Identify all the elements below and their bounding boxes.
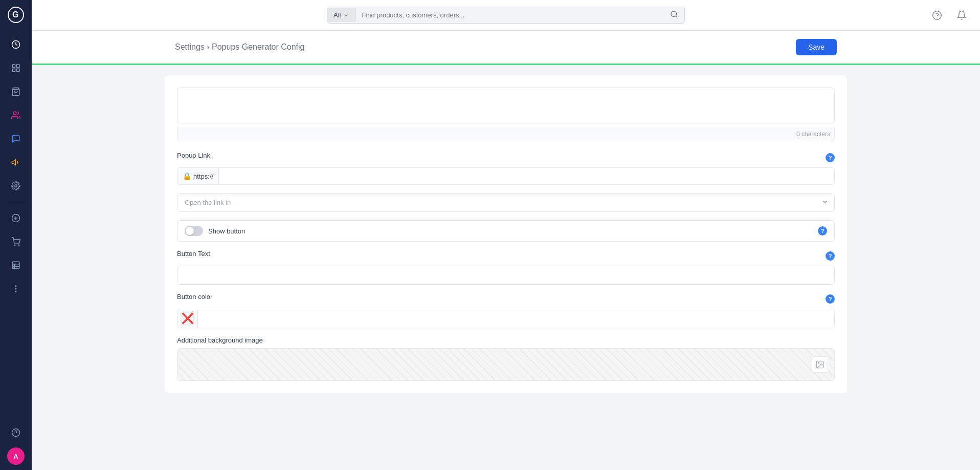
sidebar: G A bbox=[0, 0, 32, 470]
show-button-help-icon[interactable]: ? bbox=[818, 226, 827, 236]
topbar-right bbox=[929, 7, 970, 24]
sidebar-bottom: A bbox=[6, 421, 26, 465]
char-count: 0 characters bbox=[177, 127, 835, 141]
svg-point-13 bbox=[14, 245, 15, 246]
svg-line-25 bbox=[676, 16, 677, 17]
svg-rect-6 bbox=[17, 69, 19, 72]
svg-point-14 bbox=[18, 245, 19, 246]
activity-icon[interactable] bbox=[6, 34, 26, 55]
breadcrumb-start: Settings bbox=[175, 42, 205, 51]
topbar: All bbox=[32, 0, 980, 31]
table-icon[interactable] bbox=[6, 255, 26, 275]
search-filter-button[interactable]: All bbox=[327, 8, 355, 22]
notifications-button[interactable] bbox=[953, 7, 970, 24]
popup-link-help-icon[interactable]: ? bbox=[826, 153, 835, 162]
svg-point-26 bbox=[933, 11, 942, 19]
url-input[interactable] bbox=[219, 168, 834, 184]
svg-rect-5 bbox=[12, 69, 15, 72]
settings-icon[interactable] bbox=[6, 176, 26, 196]
button-text-input[interactable] bbox=[177, 266, 835, 285]
color-input-wrapper bbox=[177, 309, 835, 328]
grid-icon[interactable] bbox=[6, 58, 26, 78]
svg-point-29 bbox=[818, 362, 819, 364]
search-input[interactable] bbox=[355, 8, 664, 22]
popup-link-label-row: Popup Link ? bbox=[177, 152, 835, 163]
button-text-label-row: Button Text ? bbox=[177, 250, 835, 262]
svg-rect-3 bbox=[12, 65, 15, 67]
breadcrumb-end: Popups Generator Config bbox=[212, 42, 304, 51]
search-container: All bbox=[327, 7, 685, 24]
chevron-down-icon bbox=[343, 12, 349, 18]
sidebar-divider bbox=[8, 202, 24, 202]
url-prefix: 🔒 https:// bbox=[177, 168, 219, 184]
svg-rect-15 bbox=[12, 262, 19, 269]
svg-point-24 bbox=[671, 11, 677, 17]
svg-point-19 bbox=[15, 286, 16, 287]
show-button-row: Show button ? bbox=[177, 220, 835, 242]
megaphone-icon[interactable] bbox=[6, 152, 26, 173]
button-color-label-row: Button color ? bbox=[177, 293, 835, 305]
breadcrumb: Settings › Popups Generator Config bbox=[175, 42, 305, 52]
breadcrumb-separator: › bbox=[207, 42, 212, 51]
more-dots-icon[interactable] bbox=[6, 279, 26, 299]
image-upload-area[interactable] bbox=[177, 348, 835, 381]
description-textarea[interactable] bbox=[177, 88, 835, 123]
search-icon bbox=[670, 10, 678, 18]
show-button-toggle[interactable] bbox=[185, 226, 203, 236]
add-circle-icon[interactable] bbox=[6, 208, 26, 228]
user-avatar[interactable]: A bbox=[7, 447, 25, 465]
app-logo[interactable]: G bbox=[6, 5, 26, 25]
additional-bg-label: Additional background image bbox=[177, 336, 835, 344]
color-swatch-inner bbox=[182, 312, 194, 325]
content-area: 0 characters Popup Link ? 🔒 https:// Ope… bbox=[32, 65, 980, 470]
form-card: 0 characters Popup Link ? 🔒 https:// Ope… bbox=[165, 75, 847, 393]
page-header: Settings › Popups Generator Config Save bbox=[32, 31, 980, 65]
svg-point-8 bbox=[13, 112, 16, 115]
main-content: All Settings › Popups Generator Config S… bbox=[32, 0, 980, 470]
help-button[interactable] bbox=[929, 7, 945, 24]
save-button[interactable]: Save bbox=[796, 39, 837, 55]
popup-link-label: Popup Link bbox=[177, 152, 210, 159]
url-input-wrapper: 🔒 https:// bbox=[177, 167, 835, 185]
open-link-dropdown-wrapper: Open the link in Same tab New tab bbox=[177, 193, 835, 212]
search-submit-button[interactable] bbox=[664, 7, 684, 23]
svg-point-20 bbox=[15, 288, 16, 289]
svg-text:G: G bbox=[12, 10, 18, 19]
show-button-label: Show button bbox=[208, 227, 245, 235]
svg-rect-4 bbox=[17, 65, 19, 67]
search-filter-label: All bbox=[333, 11, 341, 19]
color-swatch[interactable] bbox=[177, 309, 198, 328]
toggle-left: Show button bbox=[185, 226, 245, 236]
open-link-select[interactable]: Open the link in Same tab New tab bbox=[177, 193, 835, 212]
button-color-help-icon[interactable]: ? bbox=[826, 294, 835, 304]
help-bottom-icon[interactable] bbox=[6, 422, 26, 443]
image-upload-icon bbox=[812, 356, 828, 373]
lock-icon: 🔒 bbox=[183, 172, 191, 180]
bag-icon[interactable] bbox=[6, 81, 26, 102]
button-text-help-icon[interactable]: ? bbox=[826, 251, 835, 261]
color-text-input[interactable] bbox=[198, 309, 834, 328]
url-prefix-text: https:// bbox=[193, 173, 213, 180]
users-icon[interactable] bbox=[6, 105, 26, 125]
svg-point-21 bbox=[15, 291, 16, 292]
button-color-label: Button color bbox=[177, 293, 212, 301]
chat-icon[interactable] bbox=[6, 129, 26, 149]
cart-icon[interactable] bbox=[6, 231, 26, 252]
svg-point-9 bbox=[15, 185, 17, 187]
button-text-label: Button Text bbox=[177, 250, 210, 258]
